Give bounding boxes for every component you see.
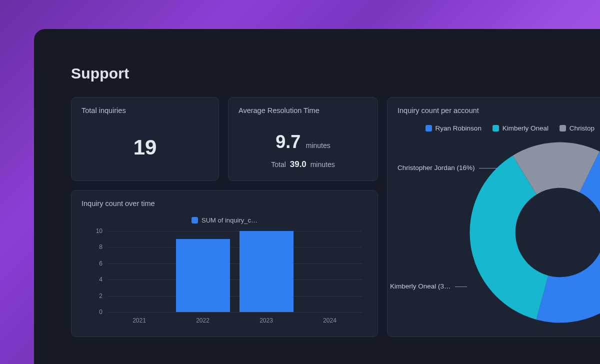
x-tick-label: 2022: [196, 317, 210, 324]
card-title: Inquiry count over time: [82, 200, 368, 208]
bar[interactable]: [176, 239, 230, 312]
kpi-sub-prefix: Total: [271, 160, 286, 168]
kpi-main-row: 9.7 minutes: [238, 132, 368, 152]
donut-annotation-label: Kimberly Oneal (3…: [390, 282, 451, 290]
page-title: Support: [71, 65, 600, 82]
y-tick-label: 8: [99, 244, 102, 250]
legend-label: Ryan Robinson: [436, 124, 482, 132]
bar-plot: [108, 231, 362, 312]
donut-annotation: Christopher Jordan (16%): [398, 164, 497, 172]
bar[interactable]: [240, 231, 294, 312]
card-total-inquiries[interactable]: Total inquiries 19: [71, 97, 219, 181]
x-tick-label: 2021: [132, 317, 146, 324]
bar-legend[interactable]: SUM of inquiry_c…: [82, 216, 368, 224]
gridline: [108, 231, 362, 232]
card-inquiry-per-account[interactable]: Inquiry count per account Ryan Robinson …: [387, 97, 600, 337]
kpi-value: 9.7: [276, 132, 300, 152]
y-tick-label: 4: [99, 276, 102, 283]
kpi-sub-row: Total 39.0 minutes: [238, 160, 368, 170]
bar-chart: 0246810 2021202220232024: [86, 231, 364, 325]
kpi-unit: minutes: [306, 142, 330, 150]
kpi-sub-value: 39.0: [290, 160, 306, 169]
dashboard-panel: Support Total inquiries 19 Average Resol…: [34, 29, 600, 364]
legend-label: Kimberly Oneal: [502, 124, 548, 132]
gridline: [108, 280, 362, 280]
gridline: [108, 247, 362, 248]
legend-item[interactable]: Ryan Robinson: [426, 124, 482, 132]
legend-swatch: [560, 125, 566, 132]
page-background: Support Total inquiries 19 Average Resol…: [0, 0, 600, 364]
legend-label: Christop: [570, 124, 594, 132]
gridline: [108, 264, 362, 264]
card-title: Total inquiries: [82, 106, 208, 114]
card-inquiry-over-time[interactable]: Inquiry count over time SUM of inquiry_c…: [71, 190, 378, 337]
donut-wrap: Christopher Jordan (16%) Kimberly Oneal …: [388, 138, 600, 336]
legend-label: SUM of inquiry_c…: [202, 216, 258, 224]
gridline: [108, 312, 362, 312]
y-tick-label: 6: [99, 260, 102, 267]
card-title: Average Resolution Time: [238, 106, 368, 114]
donut-annotation: Kimberly Oneal (3…: [390, 282, 467, 290]
legend-swatch: [426, 125, 432, 132]
legend-swatch: [492, 125, 499, 132]
y-axis: 0246810: [86, 231, 106, 312]
legend-swatch: [192, 217, 198, 224]
x-axis: 2021202220232024: [108, 315, 362, 325]
x-tick-label: 2024: [323, 317, 336, 324]
legend-item[interactable]: Christop: [560, 124, 594, 132]
legend-item[interactable]: Kimberly Oneal: [492, 124, 548, 132]
donut-annotation-label: Christopher Jordan (16%): [398, 164, 475, 172]
card-grid: Total inquiries 19 Average Resolution Ti…: [71, 97, 600, 337]
card-avg-resolution[interactable]: Average Resolution Time 9.7 minutes Tota…: [228, 97, 378, 181]
card-title: Inquiry count per account: [398, 106, 596, 114]
y-tick-label: 10: [96, 228, 102, 234]
y-tick-label: 2: [99, 292, 102, 300]
x-tick-label: 2023: [260, 317, 273, 324]
donut-legend: Ryan Robinson Kimberly Oneal Christop: [398, 124, 596, 132]
y-tick-label: 0: [99, 308, 102, 316]
kpi-value: 19: [82, 136, 208, 160]
kpi-sub-unit: minutes: [310, 160, 335, 168]
gridline: [108, 296, 362, 296]
